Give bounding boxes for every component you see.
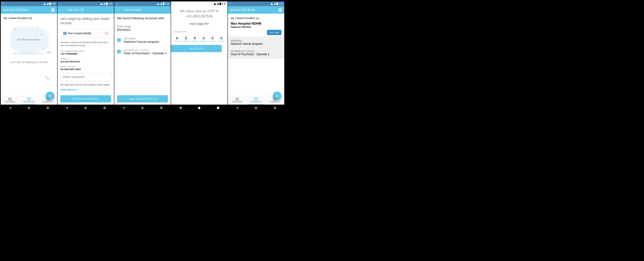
- battery-icon: [276, 3, 278, 5]
- share-info-text: We will be sharing the following health …: [60, 41, 111, 47]
- signal-icon: [274, 3, 276, 5]
- clock: 3:10: [279, 2, 283, 5]
- nav-back[interactable]: [66, 106, 68, 109]
- context-id: NCP9999: [231, 39, 282, 42]
- chevron-right-icon: ›: [78, 88, 78, 91]
- no-providers-text: No linked providers: [4, 38, 54, 41]
- tab-consents[interactable]: CONSENTS: [38, 96, 57, 104]
- otp-digit-4[interactable]: [200, 36, 207, 41]
- appbar-title: Link your ID: [67, 8, 84, 12]
- nav-back[interactable]: [9, 106, 11, 109]
- view-details-link[interactable]: VIEW DETAILS›: [60, 88, 111, 91]
- tab-records[interactable]: RECORDS: [228, 96, 247, 104]
- tab-consents[interactable]: CONSENTS: [266, 96, 284, 104]
- patient-id-input[interactable]: [60, 73, 111, 81]
- battery-icon: [163, 3, 164, 5]
- hospital-icon: [63, 32, 67, 35]
- consents-icon: [46, 98, 50, 100]
- tab-providers[interactable]: PROVIDERS: [247, 96, 266, 104]
- nav-home[interactable]: [255, 107, 257, 109]
- nav-recent[interactable]: [160, 107, 162, 109]
- link-selected-button[interactable]: LINK SELECTED (2): [117, 95, 168, 102]
- back-button[interactable]: ←: [60, 8, 64, 12]
- tab-providers[interactable]: PROVIDERS: [20, 96, 38, 104]
- appbar-title: test.test.001@sbx: [230, 8, 255, 12]
- chevron-up-icon[interactable]: ⌃: [279, 22, 282, 25]
- nav-recent[interactable]: [217, 107, 219, 109]
- context-checkbox[interactable]: ✓: [117, 50, 121, 54]
- wifi-icon: [43, 3, 46, 5]
- loading-dot-icon: [2, 3, 4, 4]
- android-navbar: [58, 104, 114, 111]
- screen-providers-empty: 3:09 test.test.001@sbx My Linked Provide…: [1, 2, 57, 111]
- content: We have sent an OTP to +91-9051357555 En…: [171, 6, 228, 104]
- loading-dot-icon: [172, 3, 174, 4]
- healthid-label: Health Id: [60, 58, 111, 60]
- nav-home[interactable]: [198, 107, 200, 109]
- provider-name: Max Hospital NDHM: [68, 32, 91, 35]
- clock: 3:09: [52, 2, 56, 5]
- svg-point-3: [10, 45, 12, 46]
- providers-icon: [27, 98, 30, 100]
- screen-link-records: 3:09 ← Link records We found following a…: [114, 2, 171, 111]
- nav-recent[interactable]: [47, 107, 49, 109]
- get-data-button[interactable]: Get Data: [267, 30, 282, 35]
- wifi-icon: [214, 3, 216, 5]
- mobile-label: Your verified mobile number: [60, 50, 111, 52]
- consents-icon: [273, 98, 276, 100]
- profile-icon[interactable]: [51, 8, 55, 12]
- clock: 3:09: [108, 2, 112, 5]
- context-name: National Cancer program: [231, 42, 282, 46]
- context-checkbox[interactable]: ✓: [117, 38, 121, 42]
- nav-back[interactable]: [179, 106, 182, 109]
- providers-icon: [254, 98, 258, 100]
- otp-digit-2[interactable]: [183, 36, 189, 41]
- back-button[interactable]: ←: [116, 8, 120, 12]
- nav-home[interactable]: [84, 107, 87, 109]
- care-context-row: ✓ RV-MHD-01.17.3112 Dept of Psychiatry -…: [117, 49, 168, 55]
- otp-digit-5[interactable]: [209, 36, 216, 41]
- care-context-item[interactable]: NCP9999 National Cancer program: [228, 37, 284, 48]
- context-name: Dept of Psychiatry - Episode 1: [124, 52, 167, 55]
- otp-digit-3[interactable]: [192, 36, 198, 41]
- nav-home[interactable]: [141, 107, 144, 109]
- loading-dot-icon: [116, 3, 117, 4]
- nav-recent[interactable]: [104, 107, 106, 109]
- wifi-icon: [157, 3, 160, 5]
- statusbar: 3:09: [1, 2, 57, 6]
- screen-providers-linked: 3:10 test.test.001@sbx My Linked Provide…: [228, 2, 284, 111]
- linked-providers-heading: My Linked Providers (1): [231, 16, 282, 20]
- otp-digit-6[interactable]: [218, 36, 224, 41]
- profile-icon[interactable]: [278, 8, 282, 12]
- nav-back[interactable]: [236, 106, 238, 109]
- statusbar: 3:10: [228, 2, 284, 6]
- clear-provider-button[interactable]: ✕: [105, 32, 108, 35]
- appbar: ← Link your ID: [58, 6, 114, 14]
- nav-recent[interactable]: [274, 107, 276, 109]
- healthid-value: test.test.001@sbx: [60, 60, 111, 63]
- context-name: Dept of Psychiatry - Episode 1: [231, 53, 282, 56]
- otp-digit-1[interactable]: [174, 36, 180, 41]
- patient-id-label: Patient Id: RVH1012: [231, 26, 282, 28]
- records-icon: [236, 98, 239, 100]
- screen-heading: Let's begin by adding your health record…: [60, 16, 111, 26]
- selected-provider-card: Max Hospital NDHM ✕: [60, 29, 111, 38]
- care-context-list: NCP9999 National Cancer program RV-MHD-0…: [228, 36, 284, 59]
- context-id: RV-MHD-01.17.3112: [231, 50, 282, 53]
- patient-id: RVH1012: [117, 28, 168, 32]
- fetch-records-button[interactable]: FETCH RECORDS: [60, 95, 111, 102]
- clock: 5:46: [222, 2, 226, 5]
- battery-icon: [49, 3, 51, 5]
- care-context-row: ✓ NCP9999 National Cancer program: [117, 37, 168, 44]
- nav-back[interactable]: [122, 106, 125, 109]
- appbar-title: Link records: [124, 8, 141, 12]
- nav-home[interactable]: [28, 107, 30, 109]
- care-context-item[interactable]: RV-MHD-01.17.3112 Dept of Psychiatry - E…: [228, 48, 284, 58]
- content: My Linked Providers (1) Max Hospital NDH…: [228, 14, 284, 96]
- validate-button[interactable]: VALIDATE: [171, 45, 222, 52]
- android-navbar: [1, 104, 57, 111]
- android-navbar: [171, 104, 228, 111]
- tab-records[interactable]: RECORDS: [1, 96, 20, 104]
- clock: 3:09: [165, 2, 169, 5]
- provider-header[interactable]: Max Hospital NDHM ⌃: [231, 22, 282, 26]
